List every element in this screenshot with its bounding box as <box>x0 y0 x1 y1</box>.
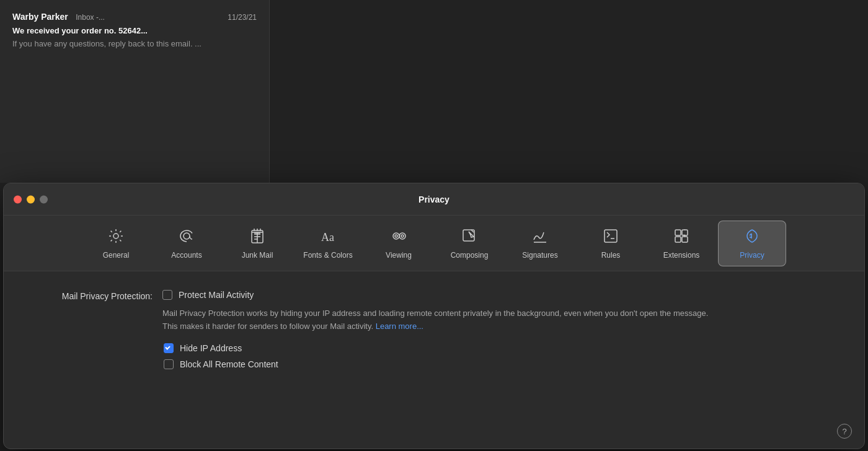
close-button[interactable] <box>14 195 22 203</box>
block-remote-checkbox[interactable] <box>164 359 174 369</box>
hide-ip-row: Hide IP Address <box>164 343 839 353</box>
help-button[interactable]: ? <box>837 424 852 439</box>
at-icon <box>178 227 195 247</box>
composing-icon <box>461 227 478 247</box>
description-text: Mail Privacy Protection works by hiding … <box>162 309 708 331</box>
traffic-lights <box>14 195 48 203</box>
svg-point-1 <box>184 233 190 239</box>
privacy-content: Mail Privacy Protection: Protect Mail Ac… <box>4 271 864 394</box>
tab-accounts[interactable]: Accounts <box>153 221 221 266</box>
svg-point-15 <box>401 235 404 237</box>
tab-privacy[interactable]: Privacy <box>718 221 786 266</box>
signatures-icon <box>531 227 549 247</box>
tab-rules-label: Rules <box>601 251 621 260</box>
dialog-title: Privacy <box>418 195 450 204</box>
sub-options: Hide IP Address Block All Remote Content <box>164 343 839 369</box>
block-remote-label: Block All Remote Content <box>180 359 278 369</box>
protect-mail-activity-row: Protect Mail Activity <box>162 290 839 300</box>
svg-rect-22 <box>675 237 681 242</box>
svg-point-14 <box>399 233 405 239</box>
tab-viewing[interactable]: Viewing <box>365 221 433 266</box>
viewing-icon <box>390 227 407 247</box>
preferences-toolbar: General Accounts <box>4 216 864 271</box>
privacy-dialog: Privacy General Accounts <box>3 183 865 449</box>
svg-point-13 <box>395 235 397 237</box>
email-preview: If you have any questions, reply back to… <box>12 38 257 50</box>
protect-mail-checkbox[interactable] <box>162 290 172 300</box>
tab-general[interactable]: General <box>82 221 150 266</box>
mail-sidebar: Warby Parker Inbox -... 11/23/21 We rece… <box>0 0 270 183</box>
tab-fonts-label: Fonts & Colors <box>303 251 352 260</box>
tab-fonts[interactable]: Aa Fonts & Colors <box>294 221 362 266</box>
tab-general-label: General <box>103 251 130 260</box>
privacy-protection-section: Mail Privacy Protection: Protect Mail Ac… <box>29 290 839 369</box>
svg-text:Aa: Aa <box>321 231 334 243</box>
rules-icon <box>602 227 619 247</box>
tab-extensions[interactable]: Extensions <box>647 221 715 266</box>
email-sender: Warby Parker <box>12 12 68 22</box>
svg-rect-19 <box>604 230 617 242</box>
tab-viewing-label: Viewing <box>386 251 412 260</box>
tab-junk[interactable]: Junk Mail <box>223 221 291 266</box>
svg-rect-23 <box>682 237 688 242</box>
svg-point-12 <box>393 233 399 239</box>
svg-point-0 <box>113 234 118 239</box>
tab-composing[interactable]: Composing <box>435 221 503 266</box>
email-subject: We received your order no. 52642... <box>12 26 257 35</box>
extensions-icon <box>673 227 690 247</box>
fullscreen-button[interactable] <box>40 195 48 203</box>
tab-signatures-label: Signatures <box>522 251 557 260</box>
email-item[interactable]: Warby Parker Inbox -... 11/23/21 We rece… <box>0 0 269 61</box>
learn-more-link[interactable]: Learn more... <box>376 322 423 331</box>
minimize-button[interactable] <box>27 195 35 203</box>
tab-extensions-label: Extensions <box>663 251 700 260</box>
tab-accounts-label: Accounts <box>171 251 202 260</box>
privacy-icon <box>743 227 761 247</box>
hide-ip-label: Hide IP Address <box>180 343 242 353</box>
email-meta: Inbox -... <box>76 13 105 22</box>
tab-composing-label: Composing <box>451 251 489 260</box>
junk-icon <box>249 227 266 247</box>
protect-mail-label: Protect Mail Activity <box>179 290 254 300</box>
section-label: Mail Privacy Protection: <box>29 290 153 301</box>
fonts-icon: Aa <box>319 227 337 247</box>
email-date: 11/23/21 <box>228 13 257 22</box>
svg-rect-21 <box>682 230 688 235</box>
tab-rules[interactable]: Rules <box>577 221 645 266</box>
tab-privacy-label: Privacy <box>740 251 764 260</box>
tab-signatures[interactable]: Signatures <box>506 221 574 266</box>
tab-junk-label: Junk Mail <box>242 251 273 260</box>
protection-description: Mail Privacy Protection works by hiding … <box>162 307 720 333</box>
gear-icon <box>107 227 125 247</box>
title-bar: Privacy <box>4 183 864 216</box>
help-icon: ? <box>842 427 846 436</box>
section-content: Protect Mail Activity Mail Privacy Prote… <box>162 290 839 369</box>
hide-ip-checkbox[interactable] <box>164 343 174 353</box>
block-remote-row: Block All Remote Content <box>164 359 839 369</box>
svg-rect-20 <box>675 230 681 235</box>
